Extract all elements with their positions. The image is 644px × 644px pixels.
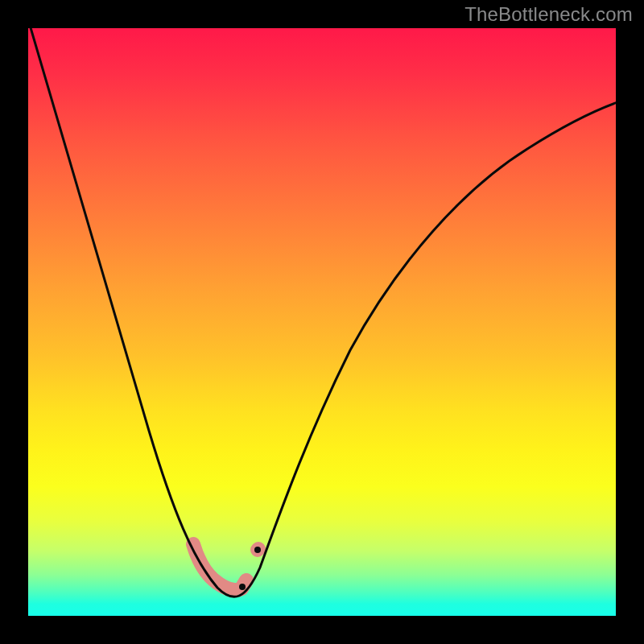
chart-root: TheBottleneck.com bbox=[0, 0, 644, 644]
plot-area bbox=[28, 28, 616, 616]
watermark-text: TheBottleneck.com bbox=[464, 3, 633, 26]
marker-dot-icon bbox=[239, 584, 246, 590]
curve-overlay bbox=[28, 28, 616, 616]
bottleneck-curve-line bbox=[30, 28, 616, 597]
marker-dot-icon bbox=[254, 547, 261, 553]
